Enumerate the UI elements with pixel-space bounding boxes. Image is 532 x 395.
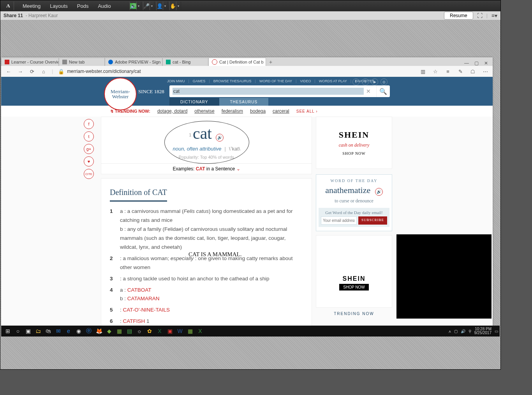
hub-icon[interactable]: ≡ <box>444 69 451 74</box>
favorite-icon[interactable]: ☆ <box>432 69 439 74</box>
webcam-preview <box>396 234 491 319</box>
app-icon[interactable]: ✿ <box>144 326 155 336</box>
link-joinmwu[interactable]: JOIN MWU <box>167 79 185 83</box>
cortana-icon[interactable]: ○ <box>13 326 23 336</box>
close-window-icon[interactable]: ✕ <box>484 60 488 66</box>
trend-item[interactable]: federalism <box>222 108 243 114</box>
wotd-email-input[interactable] <box>321 216 357 225</box>
link-catboat[interactable]: CATBOAT <box>127 287 151 293</box>
definition-block: CAT IS A MAMMAL. Definition of CAT 1 a :… <box>101 178 312 326</box>
ad-shein-1[interactable]: SHEIN cash on delivery SHOP NOW <box>316 117 392 169</box>
tab-newtab[interactable]: New tab <box>59 58 105 66</box>
store-icon[interactable]: 🛍 <box>43 326 53 336</box>
trend-item[interactable]: bodega <box>250 108 266 114</box>
explorer-icon[interactable]: 🗂 <box>33 326 43 336</box>
wotd-word[interactable]: anathematize <box>325 185 370 195</box>
trend-item[interactable]: otherwise <box>194 108 214 114</box>
search-button[interactable]: 🔍 <box>376 85 390 97</box>
menu-pods[interactable]: Pods <box>73 2 93 11</box>
fullscreen-icon[interactable]: ⛶ <box>477 12 483 19</box>
tray-net-icon[interactable]: ⚲ <box>469 329 471 333</box>
chrome-icon[interactable]: ◉ <box>74 326 84 336</box>
app-icon[interactable]: X <box>195 326 205 336</box>
action-center-icon[interactable]: ▭ <box>495 329 498 333</box>
tab-mw[interactable]: Cat | Definition of Cat b✕ <box>208 58 266 66</box>
youtube-icon[interactable]: ▶ <box>371 78 378 85</box>
share-cite-icon[interactable]: CITE <box>84 169 94 179</box>
search-box[interactable]: ✕ <box>169 85 376 97</box>
share-tw-icon[interactable]: t <box>84 131 94 142</box>
menu-layouts[interactable]: Layouts <box>46 2 72 11</box>
ie-icon[interactable]: ⓔ <box>84 326 94 336</box>
subscribe-button[interactable]: SUBSCRIBE <box>358 216 387 225</box>
outlook-icon[interactable]: ✉ <box>53 326 63 336</box>
twitter-icon[interactable]: t <box>362 78 369 85</box>
url-text[interactable]: merriam-webster.com/dictionary/cat <box>67 69 141 74</box>
notify-icon[interactable]: ☖ <box>469 69 476 74</box>
app-icon[interactable]: ▦ <box>114 326 124 336</box>
link-video[interactable]: VIDEO <box>300 79 311 83</box>
link-wap[interactable]: WORDS AT PLAY <box>319 79 347 83</box>
app-icon[interactable]: ▣ <box>165 326 175 336</box>
speaker-button[interactable]: 🔊▾ <box>130 2 141 10</box>
link-wotd[interactable]: WORD OF THE DAY <box>259 79 292 83</box>
link-games[interactable]: GAMES <box>193 79 206 83</box>
share-fb-icon[interactable]: f <box>84 119 94 129</box>
link-browse[interactable]: BROWSE THESAURUS <box>213 79 252 83</box>
share-gplus-icon[interactable]: g+ <box>84 144 94 154</box>
new-tab-button[interactable]: + <box>266 58 275 66</box>
link-catamaran[interactable]: CATAMARAN <box>127 296 160 301</box>
share-save-icon[interactable]: ♥ <box>84 156 94 167</box>
examples-bar[interactable]: Examples: CAT in a Sentence ⌄ <box>101 164 312 174</box>
app-icon[interactable]: ◆ <box>104 326 114 336</box>
ad-shein-2[interactable]: SHEIN SHOP NOW <box>316 235 392 308</box>
firefox-icon[interactable]: 🦊 <box>94 326 104 336</box>
refresh-icon[interactable]: ⟳ <box>28 69 35 74</box>
see-all-link[interactable]: SEE ALL › <box>296 109 318 113</box>
facebook-icon[interactable]: f <box>352 78 359 85</box>
menu-meeting[interactable]: Meeting <box>19 2 44 11</box>
app-icon[interactable]: ▦ <box>185 326 195 336</box>
webcam-button[interactable]: 👤▾ <box>156 2 168 10</box>
maximize-icon[interactable]: ▢ <box>474 60 479 66</box>
taskview-icon[interactable]: ▣ <box>23 326 33 336</box>
back-icon[interactable]: ← <box>5 69 12 74</box>
tray-chevron-icon[interactable]: ʌ <box>449 329 451 333</box>
more-icon[interactable]: ⋯ <box>482 69 489 74</box>
clock[interactable]: 10:28 PM 9/25/2017 <box>474 327 492 335</box>
edge-icon[interactable]: e <box>63 326 74 336</box>
wotd-audio-icon[interactable]: 🔊 <box>375 188 383 196</box>
mw-social: f t ▶ ◎ <box>352 78 388 85</box>
tray-sound-icon[interactable]: 🔊 <box>461 329 465 333</box>
pod-options-icon[interactable]: ≡▾ <box>491 12 497 19</box>
app-icon[interactable]: ☼ <box>134 326 144 336</box>
tab-adobe[interactable]: Adobe PREVIEW - Sign In <box>105 58 162 66</box>
minimize-icon[interactable]: — <box>464 60 469 66</box>
tray-safe-icon[interactable]: ▢ <box>454 329 458 333</box>
instagram-icon[interactable]: ◎ <box>381 78 388 85</box>
excel-icon[interactable]: X <box>155 326 165 336</box>
mic-button[interactable]: 🎤▾ <box>143 2 155 10</box>
resume-button[interactable]: Resume <box>444 12 473 19</box>
search-input[interactable] <box>173 88 364 95</box>
trend-item[interactable]: carceral <box>273 108 289 114</box>
word-icon[interactable]: W <box>175 326 185 336</box>
mw-logo[interactable]: Merriam-Webster <box>104 78 137 110</box>
tab-bing[interactable]: cat - Bing <box>162 58 208 66</box>
start-button[interactable]: ⊞ <box>3 326 13 336</box>
link-catoninetails[interactable]: CAT-O'-NINE-TAILS <box>123 307 170 313</box>
home-icon[interactable]: ⌂ <box>40 69 47 74</box>
tab-learner[interactable]: Learner - Course Overview <box>1 58 59 66</box>
raise-hand-button[interactable]: ✋▾ <box>169 2 181 10</box>
annotation-text[interactable]: CAT IS A MAMMAL. <box>188 250 241 260</box>
menu-audio[interactable]: Audio <box>94 2 115 11</box>
forward-icon[interactable]: → <box>17 69 24 74</box>
tab-dictionary[interactable]: DICTIONARY <box>169 98 219 106</box>
trend-item[interactable]: dotage, dotard <box>157 108 187 114</box>
clear-search-icon[interactable]: ✕ <box>364 88 373 94</box>
note-icon[interactable]: ✎ <box>457 69 464 74</box>
app-icon[interactable]: ▤ <box>124 326 134 336</box>
link-catfish[interactable]: CATFISH <box>123 318 145 324</box>
reading-icon[interactable]: ▥ <box>419 69 426 74</box>
tab-thesaurus[interactable]: THESAURUS <box>219 98 269 106</box>
